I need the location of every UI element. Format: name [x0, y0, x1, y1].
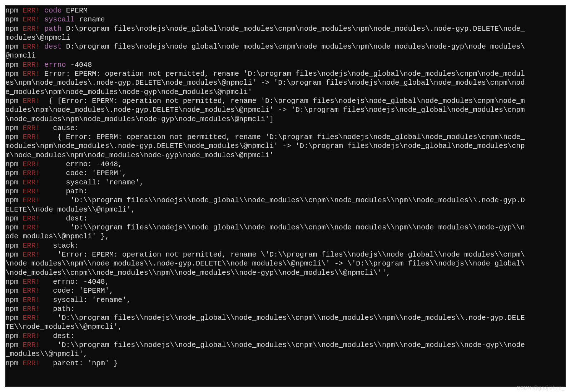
err-label: ERR! — [23, 97, 40, 105]
terminal-line: npm ERR! 'D:\\program files\\nodejs\\nod… — [5, 341, 565, 349]
terminal-text — [18, 187, 23, 195]
terminal-text — [18, 250, 23, 259]
terminal-text — [18, 70, 23, 78]
terminal-line: npm ERR! cause: — [5, 124, 565, 133]
terminal-text: ELETE\\node_modules\\@npmcli', — [5, 205, 135, 214]
terminal-text: 'D:\\program files\\nodejs\\node_global\… — [40, 314, 525, 322]
terminal-text: 'D:\\program files\\nodejs\\node_global\… — [40, 223, 525, 232]
terminal-line: npm ERR! errno -4048 — [5, 60, 565, 69]
terminal-line: npm ERR! dest D:\program files\nodejs\no… — [5, 42, 565, 51]
terminal-text — [18, 178, 23, 187]
terminal-text: D:\program files\nodejs\node_global\node… — [62, 43, 525, 51]
terminal-line: npm ERR! 'D:\\program files\\nodejs\\nod… — [5, 223, 565, 232]
err-label: ERR! — [23, 196, 40, 204]
terminal-text: syscall: 'rename', — [40, 178, 144, 187]
err-label: ERR! — [23, 250, 40, 259]
terminal-line: TE\\node_modules\\@npmcli', — [5, 322, 565, 331]
terminal-text: 'D:\\program files\\nodejs\\node_global\… — [40, 341, 525, 349]
terminal-text: e_modules\npm\node_modules\node-gyp\node… — [5, 88, 252, 96]
terminal-text: odules\npm\node_modules\.node-gyp.DELETE… — [5, 106, 525, 114]
err-label: ERR! — [23, 214, 40, 223]
terminal-line: \node_modules\\cnpm\\node_modules\\npm\\… — [5, 268, 565, 277]
error-key: errno — [44, 61, 66, 69]
terminal-text — [18, 287, 23, 295]
npm-label: npm — [5, 25, 18, 33]
npm-label: npm — [5, 6, 18, 15]
terminal-text — [18, 341, 23, 349]
terminal-text: D:\program files\nodejs\node_global\node… — [62, 25, 525, 33]
err-label: ERR! — [23, 124, 40, 132]
err-label: ERR! — [23, 160, 40, 168]
terminal-text — [40, 25, 44, 33]
terminal-line: npm ERR! errno: -4048, — [5, 160, 565, 169]
err-label: ERR! — [23, 15, 40, 24]
terminal-line: npm ERR! 'D:\\program files\\nodejs\\nod… — [5, 313, 565, 322]
error-key: path — [44, 25, 61, 33]
terminal-text — [18, 359, 23, 367]
screenshot-frame: npm ERR! code EPERMnpm ERR! syscall rena… — [0, 0, 571, 392]
err-label: ERR! — [23, 187, 40, 195]
npm-label: npm — [5, 359, 18, 367]
terminal-line: npm ERR! { Error: EPERM: operation not p… — [5, 133, 565, 142]
terminal-text: modules\@npmcli — [5, 34, 70, 42]
err-label: ERR! — [23, 6, 40, 15]
npm-label: npm — [5, 332, 18, 340]
terminal-line: npm ERR! Error: EPERM: operation not per… — [5, 69, 565, 78]
terminal-line: npm ERR! dest: — [5, 332, 565, 341]
npm-label: npm — [5, 305, 18, 313]
terminal-line: npm ERR! parent: 'npm' } — [5, 359, 565, 368]
npm-label: npm — [5, 242, 18, 250]
terminal-text — [18, 6, 23, 15]
terminal-line: odules\npm\node_modules\.node-gyp.DELETE… — [5, 105, 565, 114]
terminal-line: e_modules\npm\node_modules\node-gyp\node… — [5, 88, 565, 96]
terminal-text — [18, 305, 23, 313]
terminal-line: ode_modules\\@npmcli' }, — [5, 232, 565, 241]
terminal-line: npm ERR! 'D:\\program files\\nodejs\\nod… — [5, 196, 565, 205]
terminal-text — [18, 296, 23, 304]
err-label: ERR! — [23, 341, 40, 349]
npm-label: npm — [5, 124, 18, 132]
terminal-text: \node_modules\npm\node_modules\node-gyp\… — [5, 115, 274, 123]
npm-label: npm — [5, 296, 18, 304]
terminal-line: modules\npm\node_modules\.node-gyp.DELET… — [5, 142, 565, 150]
terminal-text: dest: — [40, 214, 88, 223]
terminal-text: TE\\node_modules\\@npmcli', — [5, 323, 122, 331]
npm-label: npm — [5, 214, 18, 223]
terminal-text: errno: -4048, — [40, 278, 109, 286]
err-label: ERR! — [23, 287, 40, 295]
terminal-text — [40, 43, 44, 51]
terminal-text: { [Error: EPERM: operation not permitted… — [40, 97, 525, 105]
terminal-line: npm ERR! path: — [5, 304, 565, 313]
error-key: syscall — [44, 15, 75, 24]
terminal-text — [18, 25, 23, 33]
err-label: ERR! — [23, 305, 40, 313]
terminal-text: \node_modules\\cnpm\\node_modules\\npm\\… — [5, 269, 391, 277]
terminal-text: { Error: EPERM: operation not permitted,… — [40, 133, 525, 141]
err-label: ERR! — [23, 314, 40, 322]
error-key: code — [44, 6, 61, 15]
terminal-text — [18, 97, 23, 105]
terminal-line: \node_modules\npm\node_modules\node-gyp\… — [5, 115, 565, 124]
terminal-text: cause: — [40, 124, 79, 132]
terminal-text — [18, 133, 23, 141]
terminal-text: \node_modules\\npm\\node_modules\\.node-… — [5, 259, 525, 268]
terminal-text: rename — [75, 15, 105, 24]
terminal-output: npm ERR! code EPERMnpm ERR! syscall rena… — [5, 6, 565, 368]
err-label: ERR! — [23, 332, 40, 340]
err-label: ERR! — [23, 25, 40, 33]
terminal-text: 'Error: EPERM: operation not permitted, … — [40, 250, 525, 259]
terminal-text: dest: — [40, 332, 75, 340]
terminal-text: path: — [40, 187, 88, 195]
npm-label: npm — [5, 70, 18, 78]
terminal-text — [18, 43, 23, 51]
terminal-text: errno: -4048, — [40, 160, 122, 168]
terminal-text: @npmcli — [5, 51, 36, 60]
terminal-text — [18, 314, 23, 322]
terminal-text — [18, 160, 23, 168]
npm-label: npm — [5, 196, 18, 204]
terminal-text: Error: EPERM: operation not permitted, r… — [40, 70, 525, 78]
terminal-text: _modules\\@npmcli', — [5, 350, 88, 358]
terminal-text — [18, 332, 23, 340]
err-label: ERR! — [23, 223, 40, 232]
terminal-text — [18, 169, 23, 177]
